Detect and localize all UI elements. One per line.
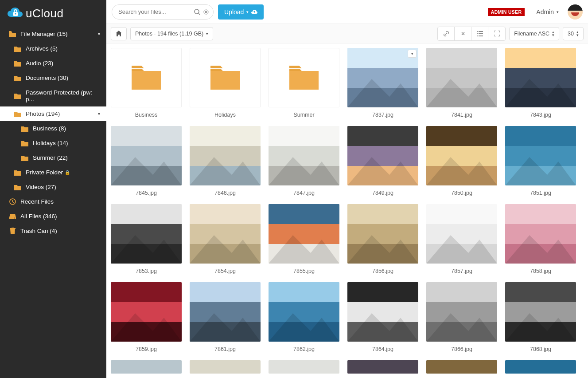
sidebar-item-summer[interactable]: Summer (22) bbox=[0, 150, 106, 165]
file-tile[interactable]: 7861.jpg bbox=[190, 282, 261, 352]
main: Upload ▾ ADMIN USER Admin ▾ Photos - 194… bbox=[106, 0, 588, 378]
breadcrumb-home[interactable] bbox=[111, 27, 127, 40]
svg-rect-149 bbox=[269, 302, 339, 322]
svg-point-4 bbox=[195, 9, 199, 14]
file-label: 7841.jpg bbox=[451, 112, 472, 118]
file-tile[interactable]: 7855.jpg bbox=[269, 204, 339, 274]
svg-rect-180 bbox=[190, 360, 261, 374]
search-input[interactable] bbox=[118, 8, 193, 15]
sidebar-item-all-files[interactable]: All Files (346) bbox=[0, 209, 106, 224]
file-label: 7847.jpg bbox=[293, 190, 315, 196]
link-button[interactable] bbox=[438, 27, 455, 40]
folder-tile[interactable]: Summer bbox=[269, 48, 339, 118]
sidebar-item-private-folder[interactable]: Private Folder 🔒 bbox=[0, 165, 106, 180]
sidebar-item-videos[interactable]: Videos (27) bbox=[0, 180, 106, 194]
file-thumb-partial[interactable] bbox=[505, 360, 576, 374]
file-tile[interactable]: 7843.jpg bbox=[505, 48, 576, 118]
folder-tile[interactable]: Business bbox=[111, 48, 182, 118]
label: Upload bbox=[224, 8, 244, 16]
file-thumb-partial[interactable] bbox=[426, 360, 497, 374]
label: Private Folder bbox=[26, 169, 63, 176]
brand[interactable]: uCloud bbox=[0, 0, 106, 27]
folder-thumb bbox=[269, 48, 339, 107]
file-thumb-partial[interactable] bbox=[111, 360, 182, 374]
admin-badge: ADMIN USER bbox=[488, 8, 525, 16]
file-label: 7854.jpg bbox=[214, 268, 236, 274]
sidebar-item-trash[interactable]: Trash Can (4) bbox=[0, 224, 106, 238]
sidebar-item-archives[interactable]: Archives (5) bbox=[0, 41, 106, 56]
label: Trash Can (4) bbox=[20, 228, 57, 234]
file-thumb-partial[interactable] bbox=[190, 360, 261, 374]
folder-tile[interactable]: Holidays bbox=[190, 48, 261, 118]
sidebar-item-business[interactable]: Business (8) bbox=[0, 121, 106, 136]
svg-rect-101 bbox=[269, 224, 339, 244]
svg-rect-35 bbox=[111, 126, 182, 148]
sidebar-item-recent[interactable]: Recent Files bbox=[0, 194, 106, 209]
svg-rect-27 bbox=[505, 48, 576, 70]
folder-icon bbox=[14, 184, 21, 190]
upload-button[interactable]: Upload ▾ bbox=[218, 4, 264, 20]
svg-rect-147 bbox=[269, 282, 339, 304]
search-icon[interactable] bbox=[193, 6, 202, 18]
file-thumb bbox=[111, 126, 182, 185]
svg-rect-188 bbox=[505, 360, 576, 374]
file-tile[interactable]: 7853.jpg bbox=[111, 204, 182, 274]
file-tile[interactable]: 7851.jpg bbox=[505, 126, 576, 196]
file-thumb-partial[interactable] bbox=[347, 360, 418, 374]
file-tile[interactable]: 7850.jpg bbox=[426, 126, 497, 196]
file-tile[interactable]: 7849.jpg bbox=[347, 126, 418, 196]
file-thumb-partial[interactable] bbox=[269, 360, 339, 374]
file-tile[interactable]: 7866.jpg bbox=[426, 282, 497, 352]
list-view-button[interactable] bbox=[471, 27, 488, 40]
svg-rect-6 bbox=[132, 71, 161, 90]
file-tile[interactable]: 7858.jpg bbox=[505, 204, 576, 274]
file-tile[interactable]: 7862.jpg bbox=[269, 282, 339, 352]
sort-icon: ▴▾ bbox=[552, 31, 554, 37]
sidebar-item-file-manager[interactable]: File Manager (15) ▾ bbox=[0, 27, 106, 41]
svg-rect-53 bbox=[269, 146, 339, 166]
sidebar-item-password-protected[interactable]: Password Protected (pw: p... bbox=[0, 85, 106, 106]
file-label: 7846.jpg bbox=[214, 190, 236, 196]
file-tile[interactable]: 7859.jpg bbox=[111, 282, 182, 352]
sidebar-item-documents[interactable]: Documents (30) bbox=[0, 71, 106, 85]
file-tile[interactable]: 7846.jpg bbox=[190, 126, 261, 196]
user-menu[interactable]: Admin ▾ bbox=[536, 8, 559, 16]
svg-rect-107 bbox=[347, 204, 418, 226]
file-tile[interactable]: 7868.jpg bbox=[505, 282, 576, 352]
file-tile[interactable]: 7845.jpg bbox=[111, 126, 182, 196]
home-icon bbox=[116, 31, 122, 36]
label: Holidays (14) bbox=[33, 140, 68, 146]
file-thumb bbox=[269, 204, 339, 264]
file-tile[interactable]: 7847.jpg bbox=[269, 126, 339, 196]
label: Photos (194) bbox=[26, 110, 60, 117]
svg-rect-83 bbox=[111, 204, 182, 226]
file-grid: Business Holidays Summer ▾ 7837.jpg 7841… bbox=[111, 48, 584, 352]
close-button[interactable]: ✕ bbox=[455, 27, 471, 40]
breadcrumb-current[interactable]: Photos - 194 files (1.19 GB) ▾ bbox=[130, 27, 213, 40]
folder-icon bbox=[14, 60, 21, 67]
gear-icon[interactable] bbox=[202, 6, 210, 18]
file-thumb bbox=[505, 204, 576, 264]
file-thumb: ▾ bbox=[347, 48, 418, 107]
file-tile[interactable]: 7854.jpg bbox=[190, 204, 261, 274]
file-thumb bbox=[426, 204, 497, 264]
sidebar-item-audio[interactable]: Audio (23) bbox=[0, 56, 106, 71]
file-label: 7837.jpg bbox=[372, 112, 393, 118]
svg-rect-85 bbox=[111, 224, 182, 244]
sidebar-item-holidays[interactable]: Holidays (14) bbox=[0, 136, 106, 150]
sort-button[interactable]: Filename ASC ▴▾ bbox=[509, 27, 559, 40]
avatar[interactable] bbox=[568, 4, 583, 20]
file-tile[interactable]: 7856.jpg bbox=[347, 204, 418, 274]
file-tile[interactable]: ▾ 7837.jpg bbox=[347, 48, 418, 118]
svg-rect-173 bbox=[505, 302, 576, 322]
per-page-button[interactable]: 30 ▴▾ bbox=[563, 27, 584, 40]
file-tile[interactable]: 7857.jpg bbox=[426, 204, 497, 274]
folder-icon bbox=[14, 46, 21, 52]
file-tile[interactable]: 7841.jpg bbox=[426, 48, 497, 118]
tile-menu-button[interactable]: ▾ bbox=[408, 50, 417, 58]
sidebar-item-photos[interactable]: Photos (194) ▾ bbox=[0, 106, 106, 121]
label: Documents (30) bbox=[26, 75, 68, 81]
file-thumb bbox=[347, 126, 418, 185]
fullscreen-button[interactable] bbox=[488, 27, 505, 40]
file-tile[interactable]: 7864.jpg bbox=[347, 282, 418, 352]
